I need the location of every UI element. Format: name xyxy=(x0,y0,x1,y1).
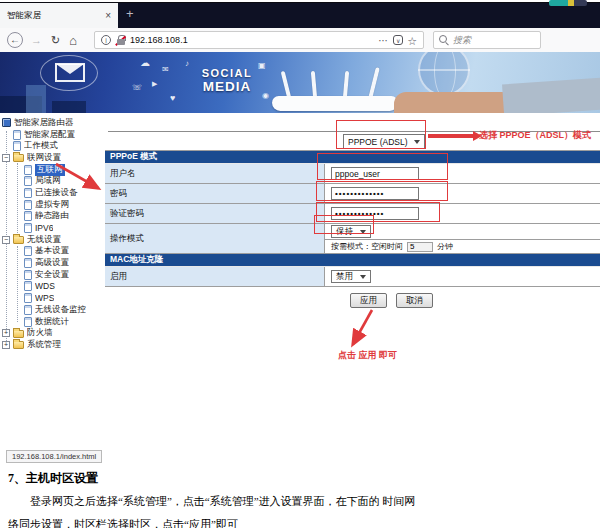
mac-enable-select[interactable]: 禁用 xyxy=(331,270,371,283)
settings-table: PPPoE 模式 用户名 密码 验证密码 xyxy=(105,150,600,287)
expand-icon[interactable] xyxy=(2,341,10,349)
home-icon[interactable]: ⌂ xyxy=(69,34,77,47)
search-input[interactable] xyxy=(453,35,535,45)
url-input[interactable] xyxy=(130,35,374,45)
collapse-icon[interactable] xyxy=(2,236,10,244)
status-link-popup: 192.168.108.1/index.html xyxy=(6,450,102,463)
operation-mode-row: 操作模式 保持 按需模式：空闲时间 分钟 xyxy=(105,224,600,254)
page-icon xyxy=(13,141,21,151)
sidebar-item-lan[interactable]: 局域网 xyxy=(0,175,105,187)
sidebar-folder-system[interactable]: 系统管理 xyxy=(0,339,105,351)
idle-time-input[interactable] xyxy=(407,242,433,252)
tab-bar: 智能家居 × + xyxy=(0,0,600,28)
insecure-lock-icon[interactable] xyxy=(115,35,126,46)
page-icon xyxy=(24,258,32,268)
sidebar-item-connected-devices[interactable]: 已连接设备 xyxy=(0,187,105,199)
heart-icon xyxy=(170,94,175,103)
sidebar-item-work-mode[interactable]: 工作模式 xyxy=(0,140,105,152)
apply-button[interactable]: 应用 xyxy=(350,293,387,308)
page-icon xyxy=(24,281,32,291)
router-device-icon xyxy=(2,118,11,127)
chevron-down-icon xyxy=(414,140,420,144)
username-input[interactable] xyxy=(331,167,419,180)
sidebar-item-vpn[interactable]: 虚拟专网 xyxy=(0,199,105,211)
divider xyxy=(108,131,600,132)
sidebar-item-ipv6[interactable]: IPV6 xyxy=(0,222,105,234)
play-icon xyxy=(152,80,157,87)
mac-clone-section-header: MAC地址克隆 xyxy=(105,254,600,267)
browser-window: 智能家居 × + ← → ↻ ⌂ i ⋯ ∨ xyxy=(0,0,600,528)
folder-icon xyxy=(13,341,24,349)
page-icon xyxy=(24,200,32,210)
sidebar-item-static-route[interactable]: 静态路由 xyxy=(0,211,105,223)
info-icon[interactable]: i xyxy=(101,35,111,45)
verify-password-row: 验证密码 xyxy=(105,204,600,224)
sidebar-item-smarthome-config[interactable]: 智能家居配置 xyxy=(0,129,105,141)
hand-image xyxy=(394,92,510,113)
back-icon[interactable]: ← xyxy=(7,32,23,48)
sidebar-item-advanced-settings[interactable]: 高级设置 xyxy=(0,257,105,269)
verify-password-label: 验证密码 xyxy=(105,204,325,223)
sidebar-folder-firewall[interactable]: 防火墙 xyxy=(0,327,105,339)
folder-icon xyxy=(13,330,24,338)
operation-mode-select[interactable]: 保持 xyxy=(331,225,371,238)
password-row: 密码 xyxy=(105,184,600,204)
password-input[interactable] xyxy=(331,187,419,200)
sidebar-item-wps[interactable]: WPS xyxy=(0,292,105,304)
form-buttons: 应用 取消 xyxy=(105,293,600,308)
page-icon xyxy=(24,165,32,175)
pppoe-section-header: PPPoE 模式 xyxy=(105,151,600,164)
router-image xyxy=(272,96,398,111)
chevron-down-icon xyxy=(360,230,366,234)
username-label: 用户名 xyxy=(105,164,325,183)
progress-indicator xyxy=(549,0,587,6)
sidebar-tree: 智能家居路由器 智能家居配置 工作模式 联网设置 互联网 局域网 xyxy=(0,113,105,463)
page-icon xyxy=(24,188,32,198)
target-icon xyxy=(262,92,269,100)
page-actions-icon[interactable]: ⋯ xyxy=(378,35,389,46)
envelope-icon xyxy=(55,63,85,82)
sidebar-item-security-settings[interactable]: 安全设置 xyxy=(0,269,105,281)
forward-icon[interactable]: → xyxy=(31,35,42,46)
sleeve-image xyxy=(502,78,600,113)
sidebar-folder-wireless[interactable]: 无线设置 xyxy=(0,234,105,246)
minutes-label: 分钟 xyxy=(437,241,453,252)
folder-icon xyxy=(13,236,24,244)
bookmark-star-icon[interactable] xyxy=(407,31,417,49)
social-media-text: SOCIAL MEDIA xyxy=(195,68,259,94)
search-bar[interactable] xyxy=(433,31,541,49)
verify-password-input[interactable] xyxy=(331,207,419,220)
document-paragraph-line1: 登录网页之后选择“系统管理”，点击“系统管理”进入设置界面，在下面的 时间网 xyxy=(8,493,592,510)
sidebar-item-internet[interactable]: 互联网 xyxy=(0,164,105,176)
city-silhouette xyxy=(52,101,86,113)
new-tab-button[interactable]: + xyxy=(126,7,134,20)
folder-icon xyxy=(13,154,24,162)
close-icon[interactable]: × xyxy=(105,11,111,21)
address-bar[interactable]: i ⋯ ∨ xyxy=(94,31,424,49)
sidebar-item-wds[interactable]: WDS xyxy=(0,281,105,293)
page-icon xyxy=(24,223,32,233)
search-icon xyxy=(439,35,449,45)
chart-icon xyxy=(258,62,266,70)
operation-mode-label: 操作模式 xyxy=(105,224,325,253)
sidebar-item-statistics[interactable]: 数据统计 xyxy=(0,316,105,328)
sidebar-item-basic-settings[interactable]: 基本设置 xyxy=(0,246,105,258)
cancel-button[interactable]: 取消 xyxy=(396,293,433,308)
browser-tab[interactable]: 智能家居 × xyxy=(0,3,118,28)
page-icon xyxy=(13,130,21,140)
username-row: 用户名 xyxy=(105,164,600,184)
sidebar-folder-network[interactable]: 联网设置 xyxy=(0,152,105,164)
router-antenna xyxy=(311,71,317,99)
sidebar-root[interactable]: 智能家居路由器 xyxy=(0,117,105,129)
page-content: 智能家居路由器 智能家居配置 工作模式 联网设置 互联网 局域网 xyxy=(0,113,600,463)
page-icon xyxy=(24,317,32,327)
wan-mode-select[interactable]: PPPOE (ADSL) xyxy=(343,134,425,149)
sidebar-item-wireless-monitor[interactable]: 无线设备监控 xyxy=(0,304,105,316)
pocket-icon[interactable]: ∨ xyxy=(393,35,403,45)
collapse-icon[interactable] xyxy=(2,154,10,162)
mac-enable-label: 启用 xyxy=(105,267,325,286)
reload-icon[interactable]: ↻ xyxy=(51,35,60,46)
ondemand-label: 按需模式：空闲时间 xyxy=(331,241,403,252)
expand-icon[interactable] xyxy=(2,329,10,337)
router-antenna xyxy=(343,71,349,99)
